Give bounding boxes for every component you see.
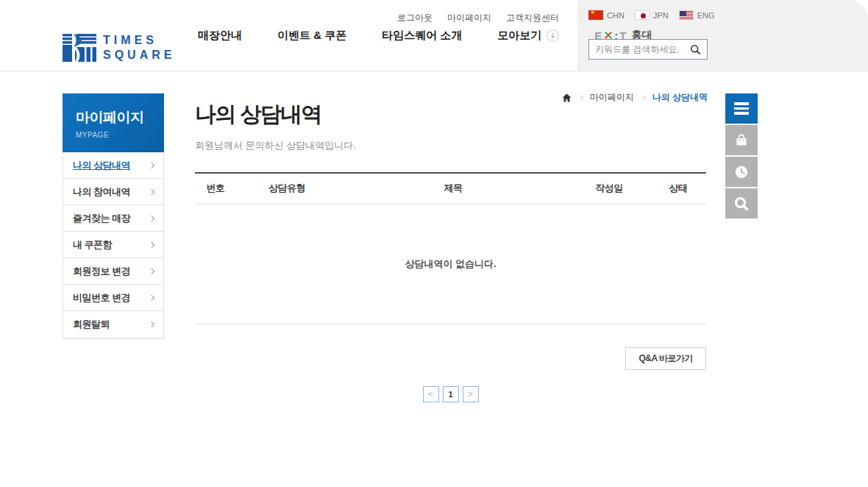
column-number: 번호 — [195, 182, 236, 195]
usa-flag-icon — [679, 10, 694, 20]
header: 로그아웃 마이페이지 고객지원센터 CHN JPN ENG — [0, 0, 868, 71]
sidebar-menu: 나의 상담내역 나의 참여내역 즐겨찾는 매장 내 쿠폰함 회원정보 변경 비밀… — [63, 152, 164, 338]
sidebar-header: 마이페이지 MYPAGE — [63, 93, 164, 152]
main-nav: 매장안내 이벤트 & 쿠폰 타임스퀘어 소개 모아보기 E : T 홍대 — [180, 0, 670, 71]
nav-store-guide[interactable]: 매장안내 — [180, 29, 260, 43]
pagination-page-1[interactable]: 1 — [443, 386, 459, 402]
column-date: 작성일 — [568, 182, 650, 195]
quick-search-button[interactable] — [725, 188, 758, 218]
main-content: 나의 상담내역 회원님께서 문의하신 상담내역입니다. 번호 상담유형 제목 작… — [195, 103, 706, 402]
nav-event-coupon[interactable]: 이벤트 & 쿠폰 — [260, 29, 364, 43]
page-title: 나의 상담내역 — [195, 103, 706, 127]
quick-recent-button[interactable] — [725, 157, 758, 187]
qna-shortcut-button[interactable]: Q&A 바로가기 — [625, 347, 706, 370]
times-square-logo-text: TIMES SQUARE — [103, 33, 175, 63]
clock-icon — [733, 164, 750, 180]
times-square-logo-mark — [63, 32, 96, 63]
lang-eng[interactable]: ENG — [679, 10, 715, 20]
breadcrumb-current: 나의 상담내역 — [652, 91, 708, 104]
sidebar-item-change-password[interactable]: 비밀번호 변경 — [63, 285, 163, 311]
shopping-bag-icon — [734, 133, 749, 148]
floating-quick-menu — [725, 93, 758, 218]
sidebar-item-favorite-stores[interactable]: 즐겨찾는 매장 — [63, 205, 163, 232]
search-submit-button[interactable] — [690, 44, 701, 55]
nav-about[interactable]: 타임스퀘어 소개 — [364, 29, 480, 43]
search-icon — [690, 44, 701, 55]
pagination-prev-button[interactable]: < — [423, 386, 439, 402]
column-status: 상태 — [650, 182, 706, 195]
sidebar-item-my-participation[interactable]: 나의 참여내역 — [63, 179, 163, 205]
nav-view-all[interactable]: 모아보기 — [480, 29, 577, 43]
column-title: 제목 — [338, 182, 569, 195]
column-consultation-type: 상담유형 — [236, 182, 338, 195]
times-square-logo[interactable]: TIMES SQUARE — [63, 32, 175, 63]
lang-eng-label: ENG — [697, 11, 715, 20]
sidebar-item-my-coupons[interactable]: 내 쿠폰함 — [63, 232, 163, 258]
pagination: < 1 > — [195, 386, 706, 402]
chevron-right-icon — [149, 268, 154, 274]
menu-icon — [734, 102, 749, 115]
chevron-right-icon: > — [468, 390, 473, 399]
keyword-search — [588, 39, 708, 60]
sidebar-item-withdraw-membership[interactable]: 회원탈퇴 — [63, 311, 163, 338]
action-row: Q&A 바로가기 — [195, 347, 706, 370]
sidebar-subtitle: MYPAGE — [76, 131, 164, 139]
chevron-right-icon — [149, 241, 154, 247]
chevron-right-icon — [149, 215, 154, 221]
table-header-row: 번호 상담유형 제목 작성일 상태 — [195, 172, 706, 205]
search-input[interactable] — [595, 44, 690, 54]
page-description: 회원님께서 문의하신 상담내역입니다. — [195, 139, 706, 152]
breadcrumb-mypage[interactable]: 마이페이지 — [590, 91, 634, 104]
breadcrumb-separator-icon — [578, 95, 583, 100]
sidebar-item-my-consultations[interactable]: 나의 상담내역 — [63, 152, 163, 179]
sidebar: 마이페이지 MYPAGE 나의 상담내역 나의 참여내역 즐겨찾는 매장 내 쿠… — [63, 93, 164, 338]
chevron-right-icon — [149, 162, 154, 168]
home-icon[interactable] — [562, 93, 572, 102]
chevron-left-icon: < — [428, 390, 433, 399]
consultation-table: 번호 상담유형 제목 작성일 상태 상담내역이 없습니다. — [195, 172, 706, 324]
breadcrumb: 마이페이지 나의 상담내역 — [562, 91, 708, 104]
sidebar-item-edit-profile[interactable]: 회원정보 변경 — [63, 258, 163, 285]
sidebar-title: 마이페이지 — [76, 108, 164, 127]
chevron-right-icon — [149, 188, 154, 194]
arrow-down-circle-icon — [547, 29, 559, 42]
page: 로그아웃 마이페이지 고객지원센터 CHN JPN ENG — [0, 0, 868, 487]
empty-state-message: 상담내역이 없습니다. — [195, 205, 706, 324]
search-icon — [733, 196, 750, 212]
chevron-right-icon — [149, 294, 154, 300]
pagination-next-button[interactable]: > — [463, 386, 479, 402]
quick-shopping-bag-button[interactable] — [725, 125, 758, 155]
chevron-right-icon — [149, 321, 154, 327]
quick-menu-button[interactable] — [725, 93, 758, 124]
breadcrumb-separator-icon — [641, 95, 646, 100]
